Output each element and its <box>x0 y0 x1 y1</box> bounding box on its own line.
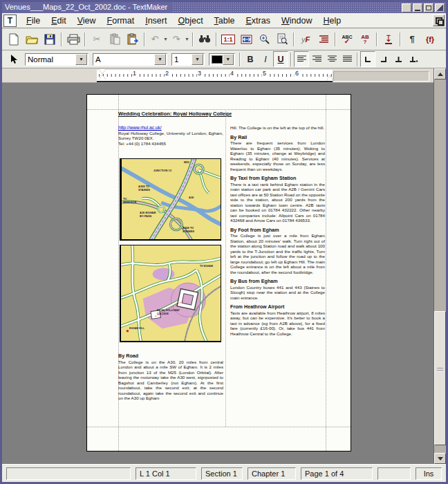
menu-window[interactable]: Window <box>276 15 317 26</box>
zoom-100-icon: 1:1 <box>221 35 234 44</box>
application-window: Venues___Maps_22_Oct_2002.doc - TextMake… <box>0 0 448 484</box>
line-col-panel: L 1 Col 1 <box>136 467 196 480</box>
right-indent-marker[interactable] <box>326 75 333 81</box>
document-view[interactable]: Wedding Celebration: Royal Holloway Coll… <box>2 83 433 464</box>
map-junction13[interactable]: M25 JUNCTION 13 A308 TO STAINES TO WINDS… <box>120 158 221 241</box>
toolbar-separator <box>239 53 241 66</box>
print-preview-button[interactable] <box>273 30 291 48</box>
chevron-down-icon[interactable]: ▼ <box>75 54 87 65</box>
tab-right-button[interactable] <box>375 51 391 67</box>
undo-button[interactable]: ↶ <box>147 31 162 47</box>
textmaker-app-icon[interactable]: T <box>3 15 17 27</box>
chevron-down-icon[interactable]: ▼ <box>192 54 203 65</box>
scrollbar-track[interactable] <box>434 80 446 453</box>
first-line-indent-marker[interactable] <box>99 69 106 74</box>
bold-icon: B <box>247 55 253 64</box>
menu-edit[interactable]: Edit <box>46 15 72 26</box>
title-bar[interactable]: Venues___Maps_22_Oct_2002.doc - TextMake… <box>2 2 446 13</box>
font-size-combo[interactable]: 1 ▼ <box>171 53 205 66</box>
close-button[interactable] <box>435 3 445 12</box>
new-document-button[interactable] <box>5 30 23 48</box>
chevron-down-icon[interactable]: ▼ <box>223 54 234 65</box>
tab-left-icon <box>364 56 372 63</box>
tab-left-button[interactable] <box>360 51 375 67</box>
align-justify-icon <box>343 55 352 63</box>
align-right-button[interactable] <box>309 51 324 67</box>
toolbar-separator <box>290 53 292 66</box>
redo-button[interactable]: ↷ <box>169 31 184 47</box>
thumb-grip <box>437 368 443 372</box>
underline-button[interactable]: U <box>273 51 288 67</box>
save-icon <box>44 34 55 45</box>
shade-button[interactable] <box>402 3 411 12</box>
toolbar-separator <box>335 32 336 46</box>
left-indent-marker[interactable] <box>99 75 106 80</box>
save-button[interactable] <box>41 30 59 48</box>
bold-button[interactable]: B <box>243 51 258 67</box>
thesaurus-button[interactable]: AB ? <box>356 30 374 48</box>
map-label: TO WINDSOR <box>123 198 138 204</box>
intro-text: Hill. The College is on the left at the … <box>230 125 324 130</box>
tab-decimal-button[interactable] <box>406 51 421 67</box>
minimize-button[interactable] <box>413 3 422 12</box>
align-center-button[interactable] <box>324 51 339 67</box>
insert-mode-panel[interactable]: Ins <box>416 467 442 480</box>
map-campus[interactable]: ROYAL HOLLOWAY COLLEGE EGHAM HILL TO EGH… <box>120 245 221 342</box>
font-color-combo[interactable]: ▼ <box>209 53 235 66</box>
chevron-down-icon[interactable]: ▼ <box>154 54 166 65</box>
zoom-button[interactable] <box>255 30 273 48</box>
align-left-button[interactable] <box>294 51 309 67</box>
scroll-up-button[interactable] <box>434 68 446 80</box>
spell-check-button[interactable]: ABC✓ <box>338 30 356 48</box>
menu-insert[interactable]: Insert <box>140 15 172 26</box>
object-mode-button[interactable] <box>5 50 23 68</box>
tab-decimal-icon <box>409 56 418 63</box>
copy-button[interactable] <box>106 30 124 48</box>
top-margin-guide <box>87 109 351 110</box>
fields-button[interactable]: {f} <box>421 30 439 48</box>
menu-extras[interactable]: Extras <box>241 15 276 26</box>
hyphenation-button[interactable]: ↧ <box>380 30 398 48</box>
menu-format[interactable]: Format <box>102 15 140 26</box>
vertical-scrollbar[interactable] <box>433 68 446 464</box>
menu-help[interactable]: Help <box>317 15 346 26</box>
paste-button[interactable] <box>124 30 142 48</box>
cut-button[interactable]: ✂ <box>88 30 106 48</box>
italic-icon: I <box>264 55 266 64</box>
tab-center-button[interactable] <box>391 51 406 67</box>
menu-object[interactable]: Object <box>172 15 208 26</box>
italic-button[interactable]: I <box>258 51 273 67</box>
undo-dropdown[interactable]: ▼ <box>162 37 169 41</box>
section-panel: Section 1 <box>201 467 243 480</box>
zoom-100-button[interactable]: 1:1 <box>219 30 237 48</box>
scroll-down-button[interactable] <box>434 453 446 464</box>
font-name-combo[interactable]: A ▼ <box>93 53 167 66</box>
find-button[interactable] <box>196 30 214 48</box>
open-button[interactable] <box>23 30 41 48</box>
paste-icon <box>127 33 138 45</box>
toolbar-separator <box>293 32 295 46</box>
minimize-icon <box>415 9 420 11</box>
formatting-marks-button[interactable]: ¶ <box>403 30 421 48</box>
paragraph-style-combo[interactable]: Normal ▼ <box>25 53 88 66</box>
maximize-icon <box>426 6 431 10</box>
redo-dropdown[interactable]: ▼ <box>184 37 190 41</box>
rhul-link[interactable]: http://www.rhul.ac.uk/ <box>118 125 162 130</box>
map-label: JUNCTION 13 <box>153 169 171 173</box>
fit-width-button[interactable] <box>237 30 255 48</box>
map-label: A308 TO STAINES <box>183 227 203 233</box>
scrollbar-thumb[interactable] <box>434 311 446 445</box>
map-label: A30 EGHAM BY-PASS <box>140 212 158 218</box>
paragraph-style-button[interactable] <box>315 30 333 48</box>
character-style-button[interactable]: yF <box>297 30 315 48</box>
align-justify-button[interactable] <box>339 51 355 67</box>
menu-table[interactable]: Table <box>209 15 241 26</box>
document-restore-button[interactable] <box>433 15 445 26</box>
menu-view[interactable]: View <box>72 15 102 26</box>
close-icon <box>436 5 443 11</box>
maximize-button[interactable] <box>424 3 433 12</box>
menu-file[interactable]: File <box>21 15 46 26</box>
section-text: London Country buses 441 and 443 (Staine… <box>230 285 325 300</box>
tel-text: Tel: +44 (0) 1784 434455 <box>118 141 166 146</box>
print-button[interactable] <box>64 30 82 48</box>
